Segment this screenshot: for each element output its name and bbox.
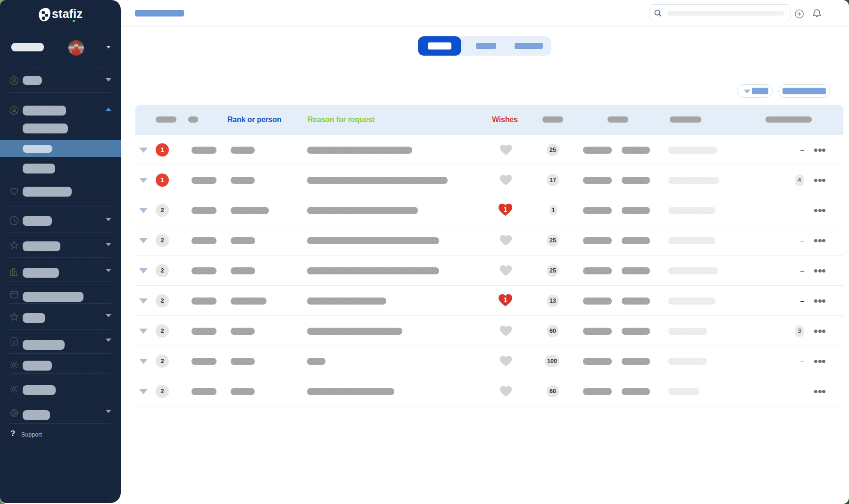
svg-text:1: 1	[504, 296, 508, 304]
svg-text:1: 1	[504, 206, 508, 213]
